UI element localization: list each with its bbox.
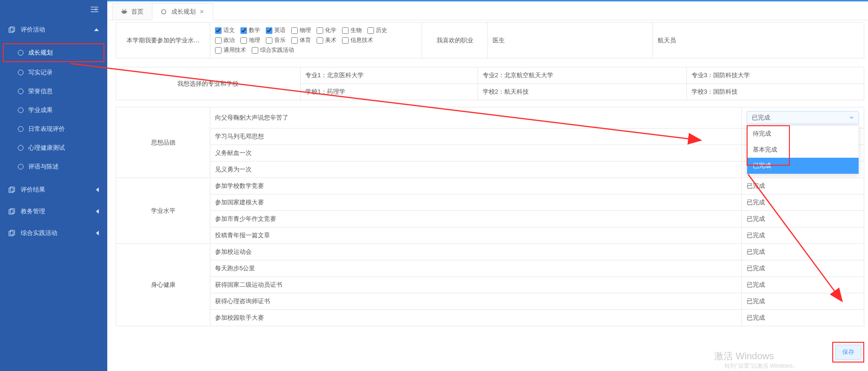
- school-cell: 学校3：国防科技: [687, 84, 864, 100]
- chevron-left-icon: [94, 231, 99, 235]
- goal-text: 投稿青年报一篇文章: [210, 227, 742, 244]
- sidebar-item-label: 日常表现评价: [28, 125, 65, 133]
- menu-group-evaluation-activities[interactable]: 评价活动: [0, 19, 107, 40]
- goal-text: 向父母鞠躬大声说您辛苦了: [210, 107, 742, 129]
- chevron-left-icon: [94, 209, 99, 214]
- major-cell: 专业2：北京航空航天大学: [478, 67, 686, 84]
- table-row: 获得心理咨询师证书已完成: [116, 293, 864, 310]
- subject-checkbox[interactable]: 政治: [215, 36, 235, 44]
- sidebar-item-record[interactable]: 写实记录: [0, 63, 107, 82]
- svg-point-12: [125, 9, 126, 10]
- svg-rect-14: [121, 11, 122, 13]
- save-button[interactable]: 保存: [835, 345, 861, 360]
- career-value-1: 医生: [488, 23, 653, 58]
- table-row: 投稿青年报一篇文章已完成: [116, 227, 864, 244]
- subject-checkbox[interactable]: 数学: [240, 26, 260, 34]
- subject-checkbox[interactable]: 英语: [266, 26, 286, 34]
- copy-icon: [8, 186, 16, 193]
- subject-checkbox[interactable]: 体育: [291, 36, 311, 44]
- subject-checkbox[interactable]: 化学: [317, 26, 336, 34]
- dropdown-option[interactable]: 基本完成: [747, 142, 859, 158]
- major-cell: 专业1：北京医科大学: [300, 67, 478, 84]
- sidebar-item-label: 写实记录: [28, 68, 53, 77]
- circle-icon: [161, 9, 167, 15]
- dropdown-panel: 待完成基本完成已完成: [747, 125, 859, 174]
- goals-table: 思想品德向父母鞠躬大声说您辛苦了已完成待完成基本完成已完成学习马列毛邓思想义务献…: [116, 107, 864, 326]
- subject-checkbox[interactable]: 信息技术: [342, 36, 373, 44]
- goal-text: 获得国家二级运动员证书: [210, 277, 742, 293]
- sidebar-collapse-toggle[interactable]: [0, 0, 107, 19]
- goal-text: 义务献血一次: [210, 145, 742, 161]
- subject-checkbox[interactable]: 物理: [291, 26, 311, 34]
- subjects-career-table: 本学期我要参加的学业水… 语文数学英语物理化学生物历史 政治地理音乐体育美术信息…: [116, 22, 864, 58]
- goal-text: 获得心理咨询师证书: [210, 293, 742, 310]
- chevron-left-icon: [94, 187, 99, 192]
- tab-growth-plan[interactable]: 成长规划 ✕: [152, 3, 213, 20]
- table-row: 学业水平参加学校数学竞赛已完成: [116, 178, 864, 194]
- subject-checkbox[interactable]: 生物: [342, 26, 362, 34]
- dropdown-option[interactable]: 已完成: [747, 158, 859, 174]
- table-row: 每天跑步5公里已完成: [116, 260, 864, 277]
- menu-group-evaluation-results[interactable]: 评价结果: [0, 179, 107, 201]
- sidebar-item-label: 评语与陈述: [28, 162, 59, 171]
- subject-checkbox[interactable]: 音乐: [266, 36, 286, 44]
- goal-text: 参加学校数学竞赛: [210, 178, 742, 194]
- copy-icon: [8, 208, 16, 215]
- content-scroll[interactable]: 本学期我要参加的学业水… 语文数学英语物理化学生物历史 政治地理音乐体育美术信息…: [107, 20, 868, 371]
- chevron-up-icon: [94, 28, 99, 31]
- sidebar-item-academic[interactable]: 学业成果: [0, 101, 107, 120]
- status-cell: 已完成: [742, 277, 864, 293]
- sidebar-item-daily[interactable]: 日常表现评价: [0, 120, 107, 138]
- subject-checkbox[interactable]: 语文: [215, 26, 235, 34]
- annotation-box: 保存: [832, 342, 864, 363]
- sidebar-item-label: 荣誉信息: [28, 87, 53, 96]
- group-header: 学业水平: [116, 178, 210, 244]
- subject-checkbox[interactable]: 历史: [367, 26, 387, 34]
- circle-icon: [18, 89, 24, 94]
- circle-icon: [18, 164, 24, 169]
- circle-icon: [18, 126, 24, 132]
- status-cell: 已完成: [742, 260, 864, 277]
- status-cell: 已完成: [742, 194, 864, 211]
- save-bar: 保存: [832, 342, 864, 363]
- goal-text: 见义勇为一次: [210, 161, 742, 178]
- sidebar-item-honor[interactable]: 荣誉信息: [0, 82, 107, 101]
- subject-checkbox[interactable]: 通用技术: [215, 46, 246, 54]
- table-row: 参加市青少年作文竞赛已完成: [116, 211, 864, 227]
- status-cell: 已完成: [742, 310, 864, 326]
- sidebar-item-psychology[interactable]: 心理健康测试: [0, 138, 107, 157]
- career-value-2: 航天员: [653, 23, 864, 58]
- table-row: 获得国家二级运动员证书已完成: [116, 277, 864, 293]
- tab-home[interactable]: 首页: [112, 3, 152, 20]
- close-icon[interactable]: ✕: [199, 8, 204, 15]
- subject-checkbox[interactable]: 综合实践活动: [252, 46, 294, 54]
- copy-icon: [8, 230, 16, 236]
- status-cell: 已完成: [742, 211, 864, 227]
- sidebar-item-label: 学业成果: [28, 106, 53, 114]
- svg-point-16: [162, 10, 166, 14]
- group-header: 思想品德: [116, 107, 210, 178]
- subject-checkbox[interactable]: 美术: [317, 36, 336, 44]
- status-cell: 已完成待完成基本完成已完成: [742, 107, 864, 129]
- menu-group-edu-admin[interactable]: 教务管理: [0, 201, 107, 222]
- svg-rect-15: [127, 11, 127, 13]
- dropdown-option[interactable]: 待完成: [747, 126, 859, 142]
- sidebar-item-comment[interactable]: 评语与陈述: [0, 157, 107, 176]
- goal-text: 每天跑步5公里: [210, 260, 742, 277]
- subject-checkbox[interactable]: 地理: [240, 36, 260, 44]
- dropdown-display[interactable]: 已完成: [747, 111, 859, 124]
- sidebar-item-label: 心理健康测试: [28, 144, 65, 152]
- submenu-evaluation-activities: 成长规划 写实记录 荣誉信息 学业成果 日常表现评价 心理健康测试 评语与陈述: [0, 40, 107, 179]
- menu-group-practice[interactable]: 综合实践活动: [0, 222, 107, 244]
- status-dropdown[interactable]: 已完成待完成基本完成已完成: [747, 111, 859, 124]
- circle-icon: [18, 107, 24, 113]
- circle-icon: [18, 50, 24, 56]
- goal-text: 学习马列毛邓思想: [210, 129, 742, 145]
- status-cell: 已完成: [742, 178, 864, 194]
- table-row: 参加校园歌手大赛已完成: [116, 310, 864, 326]
- sidebar-item-growth-plan[interactable]: 成长规划: [3, 43, 104, 62]
- subjects-cell: 语文数学英语物理化学生物历史 政治地理音乐体育美术信息技术 通用技术综合实践活动: [210, 23, 422, 58]
- tab-bar: 首页 成长规划 ✕: [107, 1, 868, 20]
- status-cell: 已完成: [742, 244, 864, 260]
- table-row: 参加国家建模大赛已完成: [116, 194, 864, 211]
